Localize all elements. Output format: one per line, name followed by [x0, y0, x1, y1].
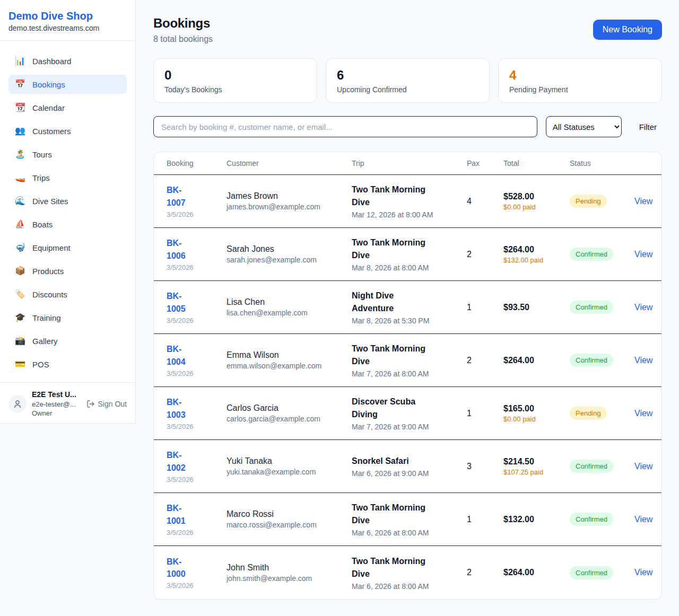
- sidebar-item-boats[interactable]: ⛵ Boats: [8, 215, 127, 234]
- booking-id-link[interactable]: BK-1005: [167, 290, 197, 314]
- sidebar-item-equipment[interactable]: 🤿 Equipment: [8, 238, 127, 257]
- pax-value: 4: [467, 197, 503, 206]
- page-subtitle: 8 total bookings: [153, 34, 213, 44]
- pax-value: 1: [467, 515, 503, 524]
- customer-cell: James Brown james.brown@example.com: [227, 191, 352, 211]
- sidebar-item-dashboard[interactable]: 📊 Dashboard: [8, 51, 127, 71]
- page-header: Bookings 8 total bookings New Booking: [153, 16, 662, 44]
- status-badge: Pending: [570, 195, 607, 208]
- actions-cell: View: [634, 409, 652, 418]
- customer-name: Lisa Chen: [227, 297, 352, 307]
- sidebar-item-label: Bookings: [32, 80, 65, 89]
- trip-cell: Discover Scuba Diving Mar 7, 2026 at 9:0…: [352, 395, 467, 431]
- booking-id-link[interactable]: BK-1006: [167, 237, 197, 261]
- trip-datetime: Mar 7, 2026 at 8:00 AM: [352, 369, 467, 378]
- sidebar-item-tours[interactable]: 🏝️ Tours: [8, 145, 127, 164]
- bookings-icon: 📅: [15, 79, 25, 90]
- dashboard-icon: 📊: [15, 56, 25, 66]
- view-link[interactable]: View: [634, 409, 652, 418]
- column-header-customer: Customer: [227, 159, 352, 168]
- total-cell: $528.00 $0.00 paid: [503, 192, 570, 211]
- user-info: E2E Test U... e2e-tester@... Owner: [32, 390, 76, 418]
- table-body: BK-1007 3/5/2026 James Brown james.brown…: [154, 175, 661, 599]
- trip-datetime: Mar 12, 2026 at 8:00 AM: [352, 210, 467, 219]
- actions-cell: View: [634, 515, 652, 524]
- table-row: BK-1007 3/5/2026 James Brown james.brown…: [154, 175, 661, 228]
- trip-datetime: Mar 8, 2026 at 8:00 AM: [352, 263, 467, 272]
- view-link[interactable]: View: [634, 568, 652, 577]
- sidebar-item-label: Products: [32, 267, 64, 276]
- customer-email: emma.wilson@example.com: [227, 362, 352, 370]
- page-header-text: Bookings 8 total bookings: [153, 16, 213, 44]
- total-cell: $214.50 $107.25 paid: [503, 457, 570, 476]
- booking-date: 3/5/2026: [167, 423, 227, 430]
- status-badge: Confirmed: [570, 513, 613, 526]
- trip-datetime: Mar 8, 2026 at 5:30 PM: [352, 316, 467, 325]
- user-name: E2E Test U...: [32, 390, 76, 400]
- total-amount: $264.00: [503, 245, 570, 254]
- booking-id-link[interactable]: BK-1002: [167, 449, 197, 473]
- trip-name: Two Tank Morning Dive: [352, 501, 437, 527]
- booking-cell: BK-1004 3/5/2026: [167, 343, 227, 377]
- column-header-trip: Trip: [352, 159, 467, 168]
- sidebar-item-customers[interactable]: 👥 Customers: [8, 121, 127, 140]
- sidebar-item-products[interactable]: 📦 Products: [8, 261, 127, 280]
- pax-value: 2: [467, 356, 503, 365]
- status-cell: Confirmed: [570, 513, 634, 526]
- view-link[interactable]: View: [634, 462, 652, 471]
- booking-id-link[interactable]: BK-1001: [167, 502, 197, 526]
- customer-email: marco.rossi@example.com: [227, 521, 352, 529]
- sidebar-item-label: Tours: [32, 150, 52, 159]
- sidebar-item-dive-sites[interactable]: 🌊 Dive Sites: [8, 191, 127, 210]
- trip-cell: Two Tank Morning Dive Mar 6, 2026 at 8:0…: [352, 501, 467, 537]
- booking-id-link[interactable]: BK-1004: [167, 343, 197, 367]
- paid-amount: $0.00 paid: [503, 203, 552, 211]
- table-row: BK-1005 3/5/2026 Lisa Chen lisa.chen@exa…: [154, 281, 661, 334]
- booking-cell: BK-1001 3/5/2026: [167, 502, 227, 536]
- trip-cell: Two Tank Morning Dive Mar 8, 2026 at 8:0…: [352, 236, 467, 272]
- booking-cell: BK-1006 3/5/2026: [167, 237, 227, 271]
- sidebar-item-pos[interactable]: 💳 POS: [8, 355, 127, 374]
- sidebar-item-label: Discounts: [32, 290, 67, 299]
- table-row: BK-1003 3/5/2026 Carlos Garcia carlos.ga…: [154, 387, 661, 440]
- sidebar-item-label: Calendar: [32, 103, 65, 112]
- booking-id-link[interactable]: BK-1000: [167, 556, 197, 580]
- sidebar-item-calendar[interactable]: 📆 Calendar: [8, 98, 127, 117]
- actions-cell: View: [634, 462, 652, 471]
- total-cell: $132.00: [503, 515, 570, 524]
- new-booking-button[interactable]: New Booking: [593, 20, 662, 40]
- total-cell: $264.00: [503, 356, 570, 365]
- search-input[interactable]: [153, 116, 537, 137]
- column-header-status: Status: [570, 159, 634, 168]
- sidebar-item-trips[interactable]: 🚤 Trips: [8, 168, 127, 187]
- view-link[interactable]: View: [634, 197, 652, 206]
- sidebar-item-discounts[interactable]: 🏷️ Discounts: [8, 285, 127, 304]
- trip-cell: Two Tank Morning Dive Mar 6, 2026 at 8:0…: [352, 555, 467, 591]
- view-link[interactable]: View: [634, 250, 652, 259]
- trip-datetime: Mar 6, 2026 at 9:00 AM: [352, 469, 467, 478]
- view-link[interactable]: View: [634, 515, 652, 524]
- customer-name: Marco Rossi: [227, 509, 352, 519]
- sidebar-item-bookings[interactable]: 📅 Bookings: [8, 75, 127, 94]
- avatar: [8, 395, 27, 413]
- view-link[interactable]: View: [634, 356, 652, 365]
- sidebar-item-gallery[interactable]: 📸 Gallery: [8, 331, 127, 350]
- booking-date: 3/5/2026: [167, 476, 227, 483]
- sidebar-item-training[interactable]: 🎓 Training: [8, 308, 127, 327]
- status-cell: Confirmed: [570, 566, 634, 579]
- customer-cell: John Smith john.smith@example.com: [227, 563, 352, 583]
- status-cell: Confirmed: [570, 248, 634, 261]
- trip-datetime: Mar 6, 2026 at 8:00 AM: [352, 582, 467, 591]
- customer-email: james.brown@example.com: [227, 203, 352, 211]
- customers-icon: 👥: [15, 126, 25, 136]
- booking-id-link[interactable]: BK-1007: [167, 184, 197, 208]
- filter-button[interactable]: Filter: [639, 122, 657, 131]
- status-filter-select[interactable]: All Statuses: [546, 116, 622, 137]
- column-header-total: Total: [503, 159, 570, 168]
- sign-out-button[interactable]: Sign Out: [86, 400, 127, 408]
- status-cell: Pending: [570, 407, 634, 420]
- view-link[interactable]: View: [634, 303, 652, 312]
- booking-id-link[interactable]: BK-1003: [167, 396, 197, 420]
- dive-sites-icon: 🌊: [15, 196, 25, 206]
- status-cell: Confirmed: [570, 354, 634, 367]
